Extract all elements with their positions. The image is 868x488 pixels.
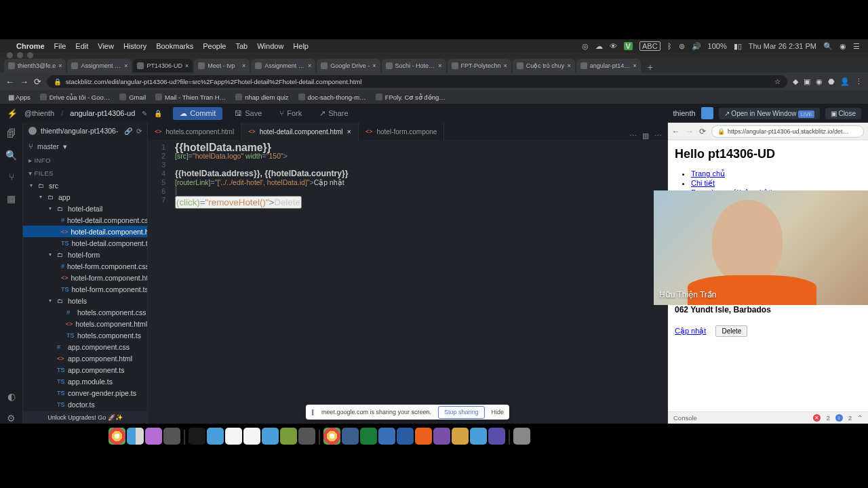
tree-file[interactable]: #hotel-form.component.css — [23, 260, 147, 272]
settings-icon[interactable]: ⚙ — [7, 413, 16, 424]
browser-tab[interactable]: Assignment Fi…× — [251, 59, 315, 73]
bluetooth-icon[interactable]: ᛒ — [667, 42, 672, 50]
pv-back[interactable]: ← — [672, 127, 680, 136]
browser-tab[interactable]: Google Drive -× — [317, 59, 380, 73]
dock-zalo[interactable] — [470, 428, 487, 445]
dock-trash[interactable] — [513, 428, 530, 445]
sb-user[interactable]: thienth — [673, 109, 696, 117]
search-icon[interactable]: 🔍 — [823, 42, 833, 51]
tree-folder[interactable]: ▾🗀hotels — [23, 295, 147, 306]
screencast-icon[interactable]: ◎ — [582, 42, 589, 51]
files-section[interactable]: ▾ FILES — [23, 167, 147, 180]
eye-icon[interactable]: 👁 — [610, 42, 617, 50]
nav-home[interactable]: Trang chủ — [691, 169, 725, 178]
update-link[interactable]: Cập nhật — [675, 327, 706, 335]
star-icon[interactable]: ☆ — [774, 78, 781, 85]
new-tab-btn[interactable]: + — [642, 62, 658, 73]
datetime[interactable]: Thu Mar 26 2:31 PM — [749, 42, 816, 50]
bookmark[interactable]: nhap diem quiz — [235, 94, 288, 101]
search-icon[interactable]: 🔍 — [5, 150, 17, 161]
menu-view[interactable]: View — [98, 42, 114, 50]
dock-chrome2[interactable] — [323, 428, 340, 445]
min-dot[interactable] — [17, 52, 23, 58]
menu-tab[interactable]: Tab — [235, 42, 248, 50]
branch-selector[interactable]: ⑂ master ▾ — [23, 139, 147, 154]
tree-file[interactable]: <>hotel-detail.component.html — [23, 226, 147, 237]
dock-teams[interactable] — [488, 428, 505, 445]
bolt-icon[interactable]: ⚡ — [7, 108, 18, 119]
fork-btn[interactable]: ⑂ Fork — [274, 107, 307, 119]
volume-icon[interactable]: 🔊 — [692, 42, 701, 51]
cloud-icon[interactable]: ☁ — [595, 42, 603, 51]
battery-icon[interactable]: ▮▯ — [734, 42, 742, 51]
tree-folder[interactable]: ▾🗀app — [23, 191, 147, 203]
tree-folder[interactable]: ▾🗀src — [23, 180, 147, 191]
dock-tv[interactable] — [189, 428, 205, 445]
link-icon[interactable]: 🔗 — [124, 127, 132, 135]
browser-tab[interactable]: Sochi - Hotel B× — [382, 59, 446, 73]
tree-file[interactable]: #hotels.component.css — [23, 306, 147, 318]
app-name[interactable]: Chrome — [16, 42, 45, 50]
tree-file[interactable]: TShotel-detail.component.ts — [23, 237, 147, 249]
tree-file[interactable]: TShotels.component.ts — [23, 329, 147, 341]
info-section[interactable]: ▸ INFO — [23, 154, 147, 167]
theme-icon[interactable]: ◐ — [7, 391, 16, 402]
editor-tab[interactable]: <>hotel-form.compone — [359, 123, 444, 140]
dock-excel[interactable] — [360, 428, 377, 445]
tree-file[interactable]: <>hotel-form.component.html — [23, 272, 147, 283]
pv-url[interactable]: 🔒 https://angular-pt14306-ud.stackblitz.… — [711, 125, 864, 138]
ext-3[interactable]: ◉ — [816, 77, 823, 86]
input-abc[interactable]: ABC — [639, 41, 660, 51]
tree-file[interactable]: TSconver-gender.pipe.ts — [23, 387, 147, 399]
battery-pct[interactable]: 100% — [708, 42, 727, 50]
dock-notes[interactable] — [243, 428, 260, 445]
back-btn[interactable]: ← — [5, 77, 14, 87]
github-icon[interactable] — [28, 127, 37, 135]
dock-safari[interactable] — [207, 428, 224, 445]
wifi-icon[interactable]: ⊚ — [679, 42, 685, 51]
dock-app-2[interactable] — [163, 428, 180, 445]
browser-tab[interactable]: thienth3@fe.e× — [4, 59, 66, 73]
menu-icon[interactable]: ⋮ — [855, 77, 863, 86]
ext-4[interactable]: ⬣ — [828, 77, 835, 86]
dock-github[interactable] — [433, 428, 450, 445]
sb-owner[interactable]: @thienth — [24, 109, 54, 117]
pv-fwd[interactable]: → — [686, 127, 694, 136]
edit-icon[interactable]: ✎ — [142, 110, 147, 117]
browser-tab[interactable]: Cuộc trò chuy× — [513, 59, 575, 73]
menu-window[interactable]: Window — [257, 42, 283, 50]
tree-file[interactable]: TSapp.component.ts — [23, 364, 147, 375]
pv-reload[interactable]: ⟳ — [699, 127, 706, 136]
sb-project[interactable]: angular-pt14306-ud — [70, 109, 135, 117]
unlock-banner[interactable]: Unlock Upgrades! Go 🚀✨ — [23, 411, 147, 424]
tree-file[interactable]: <>app.component.html — [23, 352, 147, 364]
dock-appstore[interactable] — [262, 428, 279, 445]
hide-btn[interactable]: Hide — [492, 408, 505, 417]
dock-sys[interactable] — [298, 428, 315, 445]
dock-py[interactable] — [342, 428, 359, 445]
lock-icon[interactable]: 🔒 — [154, 110, 162, 117]
console-bar[interactable]: Console ✕2 i2 ⌃ — [668, 411, 868, 424]
menu-history[interactable]: History — [123, 42, 146, 50]
split-icon[interactable]: ▥ — [642, 131, 649, 140]
dock-postman[interactable] — [415, 428, 432, 445]
ext-icon[interactable]: ▦ — [7, 193, 16, 204]
tree-folder[interactable]: ▾🗀hotel-form — [23, 249, 147, 260]
close-dot[interactable] — [7, 52, 13, 58]
refresh-icon[interactable]: ⟳ — [136, 127, 142, 135]
dock-finder[interactable] — [127, 428, 144, 445]
tree-folder[interactable]: ▾🗀hotel-detail — [23, 203, 147, 214]
avatar[interactable] — [701, 107, 713, 119]
browser-tab[interactable]: FPT-Polytechn× — [448, 59, 511, 73]
omnibox[interactable]: 🔒 stackblitz.com/edit/angular-pt14306-ud… — [47, 75, 787, 88]
menu-edit[interactable]: Edit — [75, 42, 88, 50]
dock-chrome[interactable] — [108, 428, 125, 445]
nav-detail[interactable]: Chi tiết — [691, 179, 715, 187]
max-dot[interactable] — [27, 52, 33, 58]
more2-icon[interactable]: ⋯ — [654, 131, 662, 140]
tree-file[interactable]: TShotel-form.component.ts — [23, 283, 147, 295]
reload-btn[interactable]: ⟳ — [34, 77, 41, 87]
menu-people[interactable]: People — [203, 42, 226, 50]
siri-icon[interactable]: ◉ — [840, 42, 846, 51]
browser-tab[interactable]: PT14306-UD× — [133, 59, 193, 73]
